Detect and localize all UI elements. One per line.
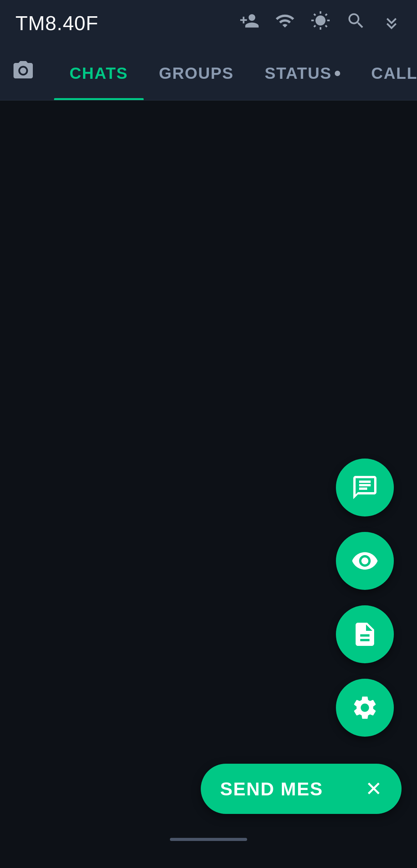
nav-bar: CHATS GROUPS STATUS CALLS bbox=[0, 46, 417, 100]
status-bar-icons bbox=[239, 11, 402, 36]
fab-container bbox=[336, 459, 394, 737]
eye-fab-icon bbox=[351, 547, 379, 575]
tab-chats-label: CHATS bbox=[70, 64, 128, 83]
tab-chats[interactable]: CHATS bbox=[54, 46, 144, 100]
app-title: TM8.40F bbox=[15, 12, 98, 35]
camera-icon[interactable] bbox=[12, 59, 35, 87]
tab-status[interactable]: STATUS bbox=[249, 46, 356, 100]
settings-fab-icon bbox=[351, 694, 379, 722]
search-icon[interactable] bbox=[346, 11, 366, 36]
chat-fab-icon bbox=[351, 474, 379, 501]
eye-fab-button[interactable] bbox=[336, 532, 394, 590]
tab-groups-label: GROUPS bbox=[159, 64, 234, 83]
bottom-nav-indicator bbox=[170, 838, 247, 841]
person-add-icon[interactable] bbox=[239, 11, 259, 36]
settings-fab-button[interactable] bbox=[336, 679, 394, 737]
tab-calls[interactable]: CALLS bbox=[356, 46, 417, 100]
status-bar: TM8.40F bbox=[0, 0, 417, 46]
document-fab-button[interactable] bbox=[336, 605, 394, 663]
send-message-bar[interactable]: SEND MES ✕ bbox=[201, 764, 402, 814]
send-message-label: SEND MES bbox=[220, 778, 323, 800]
send-message-close[interactable]: ✕ bbox=[365, 777, 382, 800]
main-content: SEND MES ✕ bbox=[0, 100, 417, 845]
nav-tabs: CHATS GROUPS STATUS CALLS bbox=[54, 46, 417, 100]
document-fab-icon bbox=[351, 620, 379, 648]
status-bar-left: TM8.40F bbox=[15, 12, 98, 35]
status-dot bbox=[335, 71, 340, 76]
more-icon[interactable] bbox=[381, 11, 402, 36]
wifi-icon bbox=[275, 11, 295, 36]
tab-groups[interactable]: GROUPS bbox=[144, 46, 249, 100]
tab-status-label: STATUS bbox=[265, 64, 332, 83]
tab-calls-label: CALLS bbox=[371, 64, 417, 83]
chat-fab-button[interactable] bbox=[336, 459, 394, 516]
brightness-icon bbox=[310, 11, 331, 36]
